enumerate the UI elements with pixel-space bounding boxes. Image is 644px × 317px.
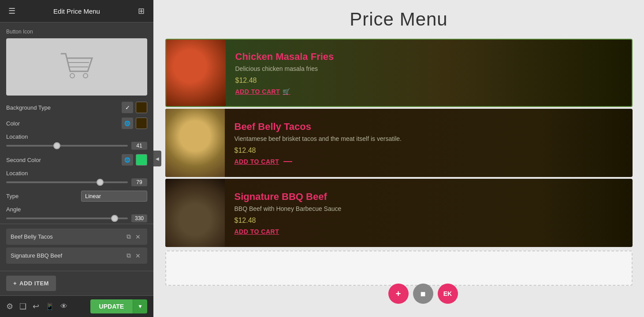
menu-card-1: Chicken Masala Fries Delicious chicken m… — [165, 39, 633, 107]
menu-card-3-body: Signature BBQ Beef BBQ Beef with Honey B… — [225, 179, 633, 247]
color-controls: 🌐 — [122, 118, 147, 129]
type-label: Type — [6, 193, 19, 199]
fab-stop-button[interactable]: ■ — [413, 284, 433, 304]
layers-button[interactable]: ❑ — [19, 302, 26, 311]
location-label: Location — [6, 133, 147, 140]
item-1-close-button[interactable]: ✕ — [133, 232, 143, 241]
section-button-icon-label: Button Icon — [6, 29, 147, 35]
color-row: Color 🌐 — [6, 118, 147, 129]
menu-card-1-desc: Delicious chicken masala fries — [235, 65, 622, 72]
add-to-cart-2-button[interactable]: ADD TO CART — [235, 158, 623, 165]
bottom-toolbar: ⚙ ❑ ↩ 📱 👁 UPDATE ▼ — [0, 295, 153, 317]
panel-header: ☰ Edit Price Menu ⊞ — [0, 0, 153, 22]
page-title: Price Menu — [350, 9, 447, 30]
angle-label: Angle — [6, 206, 147, 213]
angle-slider[interactable] — [6, 217, 128, 219]
menu-card-3-desc: BBQ Beef with Honey Barbecue Sauce — [235, 205, 623, 212]
add-item-label: ADD ITEM — [19, 280, 49, 287]
second-location-label: Location — [6, 170, 147, 177]
toolbar-left: ⚙ ❑ ↩ 📱 👁 — [6, 302, 67, 311]
grid-icon-button[interactable]: ⊞ — [136, 5, 147, 17]
panel-title: Edit Price Menu — [53, 7, 100, 15]
menu-icon: ☰ — [8, 6, 15, 16]
item-1-label: Beef Belly Tacos — [11, 233, 124, 240]
add-item-section: + ADD ITEM — [0, 271, 153, 295]
color-globe-button[interactable]: 🌐 — [122, 118, 133, 129]
menu-card-3-image — [165, 179, 225, 247]
list-item: Signature BBQ Beef ⧉ ✕ — [6, 247, 147, 264]
svg-point-0 — [70, 74, 74, 78]
item-2-copy-button[interactable]: ⧉ — [124, 251, 133, 260]
icon-preview-box — [6, 38, 147, 96]
bg-type-controls: ✓ — [122, 102, 147, 113]
main-area: Price Menu Chicken Masala Fries Deliciou… — [153, 0, 644, 317]
grid-icon: ⊞ — [138, 6, 145, 16]
update-button[interactable]: UPDATE — [90, 299, 133, 313]
fab-edit-button[interactable]: EK — [438, 284, 458, 304]
color-swatch[interactable] — [136, 118, 147, 129]
location-slider-wrapper: 41 — [6, 142, 147, 150]
list-item: Beef Belly Tacos ⧉ ✕ — [6, 229, 147, 245]
bg-color-swatch[interactable] — [136, 102, 147, 113]
collapse-panel-button[interactable]: ◀ — [153, 151, 161, 166]
angle-slider-row: Angle 330 — [6, 206, 147, 222]
background-type-row: Background Type ✓ — [6, 102, 147, 113]
fab-group: + ■ EK — [388, 284, 458, 304]
update-btn-group: UPDATE ▼ — [90, 299, 147, 313]
menu-card-1-price: $12.48 — [235, 77, 622, 85]
second-location-value: 79 — [131, 178, 147, 186]
second-location-slider-wrapper: 79 — [6, 178, 147, 186]
location-value: 41 — [131, 142, 147, 150]
item-2-close-button[interactable]: ✕ — [133, 251, 143, 260]
second-color-swatch[interactable] — [136, 154, 147, 166]
cart-icon-1: 🛒 — [283, 88, 290, 95]
color-label: Color — [6, 120, 20, 127]
gear-button[interactable]: ⚙ — [6, 302, 13, 311]
bg-type-label: Background Type — [6, 104, 51, 111]
location-slider-row: Location 41 — [6, 133, 147, 150]
panel-scroll-area: Button Icon Background Type ✓ — [0, 22, 153, 224]
add-to-cart-1-label: ADD TO CART — [235, 88, 280, 95]
add-item-button[interactable]: + ADD ITEM — [6, 276, 56, 291]
add-to-cart-3-label: ADD TO CART — [235, 228, 279, 235]
menu-card-1-body: Chicken Masala Fries Delicious chicken m… — [226, 40, 632, 106]
location-slider[interactable] — [6, 145, 128, 147]
menu-card-2-desc: Vientamese beef brisket tacos and the me… — [235, 135, 623, 142]
eye-button[interactable]: 👁 — [60, 302, 67, 311]
menu-card-1-name: Chicken Masala Fries — [235, 51, 622, 63]
menu-card-3-price: $12.48 — [235, 217, 623, 225]
add-to-cart-2-label: ADD TO CART — [235, 158, 279, 165]
add-to-cart-3-button[interactable]: ADD TO CART — [235, 228, 623, 235]
second-location-slider-row: Location 79 — [6, 170, 147, 186]
plus-icon: + — [13, 280, 17, 287]
menu-card-2-name: Beef Belly Tacos — [235, 121, 623, 133]
add-to-cart-1-button[interactable]: ADD TO CART 🛒 — [235, 88, 622, 95]
menu-card-2-body: Beef Belly Tacos Vientamese beef brisket… — [225, 109, 633, 177]
fab-add-button[interactable]: + — [388, 284, 409, 304]
left-panel: ☰ Edit Price Menu ⊞ Button Icon — [0, 0, 153, 317]
menu-list: Chicken Masala Fries Delicious chicken m… — [165, 39, 633, 286]
svg-point-1 — [83, 74, 88, 78]
type-row: Type Linear Radial — [6, 191, 147, 202]
update-dropdown-button[interactable]: ▼ — [133, 299, 147, 313]
item-2-label: Signature BBQ Beef — [11, 252, 124, 259]
second-color-controls: 🌐 — [122, 154, 147, 166]
empty-drop-area[interactable] — [165, 251, 633, 286]
second-color-globe-button[interactable]: 🌐 — [122, 154, 133, 166]
menu-icon-button[interactable]: ☰ — [6, 5, 18, 17]
item-1-copy-button[interactable]: ⧉ — [124, 232, 133, 241]
cart-icon-2 — [283, 161, 292, 162]
second-color-row: Second Color 🌐 — [6, 154, 147, 166]
cart-preview-icon — [59, 52, 94, 82]
type-select[interactable]: Linear Radial — [81, 191, 147, 202]
phone-button[interactable]: 📱 — [45, 302, 54, 311]
undo-button[interactable]: ↩ — [33, 302, 39, 311]
menu-card-3-name: Signature BBQ Beef — [235, 191, 623, 203]
second-color-label: Second Color — [6, 157, 41, 163]
bg-check-button[interactable]: ✓ — [122, 102, 133, 113]
items-section: Beef Belly Tacos ⧉ ✕ Signature BBQ Beef … — [0, 224, 153, 271]
menu-card-1-image — [166, 40, 226, 106]
check-icon: ✓ — [125, 104, 130, 111]
menu-card-2-price: $12.48 — [235, 147, 623, 155]
second-location-slider[interactable] — [6, 181, 128, 183]
